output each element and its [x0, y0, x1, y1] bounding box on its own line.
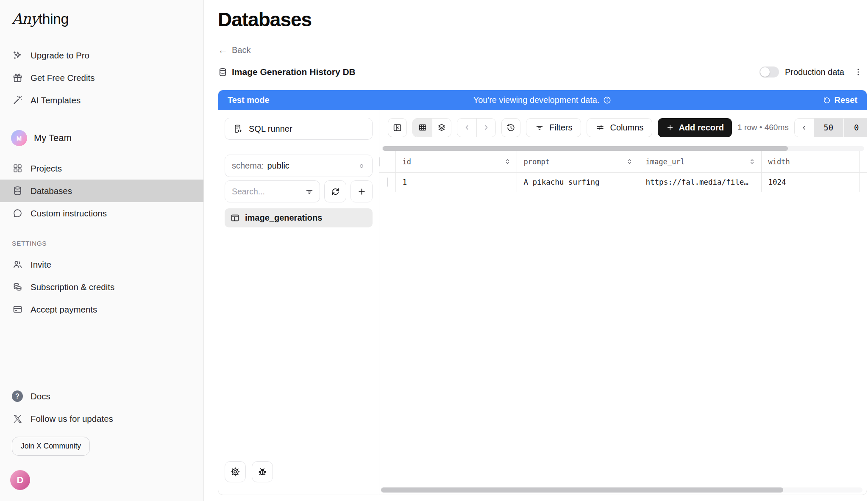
collapse-panel-icon — [392, 123, 402, 133]
page-size-value[interactable]: 50 — [814, 119, 843, 137]
settings-button[interactable] — [225, 461, 246, 482]
sidebar-item-custom-instructions[interactable]: Custom instructions — [0, 202, 203, 224]
horizontal-scrollbar-bottom — [381, 487, 862, 493]
sidebar-item-label: Get Free Credits — [31, 73, 95, 83]
columns-label: Columns — [610, 123, 643, 133]
explorer-tools — [225, 461, 373, 482]
table-toolbar: Filters Columns Add record 1 row • 460ms — [379, 118, 867, 137]
add-table-button[interactable] — [351, 180, 373, 202]
sidebar-item-follow-updates[interactable]: Follow us for updates — [0, 407, 203, 430]
filters-label: Filters — [549, 123, 572, 133]
sidebar-item-databases[interactable]: Databases — [0, 180, 203, 202]
scrollbar-thumb[interactable] — [383, 146, 788, 151]
refresh-tables-button[interactable] — [324, 180, 346, 202]
database-name: Image Generation History DB — [218, 67, 356, 77]
sidebar-item-label: Docs — [31, 391, 50, 401]
sql-runner-label: SQL runner — [249, 124, 292, 134]
sidebar-item-upgrade-to-pro[interactable]: Upgrade to Pro — [0, 44, 203, 66]
test-mode-banner: Test mode You're viewing development dat… — [218, 90, 867, 110]
logo-any: Any — [12, 10, 39, 27]
column-header-id[interactable]: id — [395, 151, 517, 172]
schema-value: public — [267, 161, 289, 171]
cell-image-url[interactable]: https://fal.media/file… — [639, 172, 761, 192]
select-all-cell — [379, 151, 395, 172]
collapse-panel-button[interactable] — [388, 118, 407, 137]
credit-card-icon — [12, 304, 23, 315]
filters-button[interactable]: Filters — [526, 118, 581, 137]
sliders-icon — [595, 123, 605, 132]
schema-select[interactable]: schema: public — [225, 155, 373, 177]
gear-icon — [230, 467, 240, 477]
history-button[interactable] — [501, 118, 520, 137]
team-switcher[interactable]: M My Team — [0, 130, 203, 146]
select-all-checkbox[interactable] — [379, 157, 380, 166]
horizontal-scrollbar-top — [382, 146, 864, 151]
table-row[interactable]: 1 A pikachu surfing https://fal.media/fi… — [379, 172, 867, 192]
banner-message-wrap: You're viewing development data. — [473, 95, 612, 105]
chevron-up-down-icon — [358, 162, 365, 170]
cell-prompt[interactable]: A pikachu surfing — [517, 172, 639, 192]
sidebar-item-label: Invite — [31, 260, 51, 270]
sidebar-item-ai-templates[interactable]: AI Templates — [0, 89, 203, 111]
row-select-cell — [379, 172, 395, 192]
database-icon — [12, 185, 23, 197]
sql-runner-button[interactable]: SQL runner — [225, 118, 373, 140]
sort-icon[interactable] — [626, 158, 634, 166]
back-arrow-icon: ← — [218, 44, 228, 56]
sort-icon[interactable] — [504, 158, 512, 166]
sidebar-item-label: AI Templates — [31, 95, 81, 105]
table-list-item-image-generations[interactable]: image_generations — [225, 208, 373, 227]
sidebar-item-accept-payments[interactable]: Accept payments — [0, 298, 203, 321]
sidebar-item-label: Subscription & credits — [31, 282, 114, 292]
main-content: Databases ← Back Image Generation Histor… — [204, 0, 868, 501]
column-header-width[interactable]: width — [761, 151, 859, 172]
production-data-cluster: Production data — [760, 66, 863, 78]
filter-lines-icon — [535, 123, 544, 132]
bug-icon — [257, 467, 267, 477]
kebab-menu-icon[interactable] — [854, 67, 863, 77]
columns-button[interactable]: Columns — [587, 118, 652, 137]
sidebar-item-label: Follow us for updates — [31, 414, 113, 424]
scrollbar-thumb[interactable] — [381, 487, 783, 493]
table-name-label: image_generations — [245, 213, 322, 223]
info-icon[interactable] — [603, 96, 612, 105]
sidebar-item-label: Databases — [31, 186, 72, 196]
cell-id[interactable]: 1 — [395, 172, 517, 192]
join-x-community-button[interactable]: Join X Community — [12, 437, 90, 456]
filter-lines-icon[interactable] — [305, 187, 314, 196]
row-checkbox[interactable] — [387, 177, 388, 187]
sidebar-item-projects[interactable]: Projects — [0, 157, 203, 180]
refresh-icon — [331, 187, 340, 197]
user-avatar[interactable]: D — [10, 470, 30, 490]
reset-icon — [823, 96, 831, 105]
production-data-toggle[interactable] — [760, 66, 779, 78]
redo-button[interactable] — [476, 119, 495, 137]
sql-file-icon — [233, 124, 243, 134]
wand-icon — [12, 95, 23, 106]
reset-button[interactable]: Reset — [823, 95, 857, 105]
chat-icon — [12, 208, 23, 219]
sort-icon[interactable] — [748, 158, 756, 166]
column-header-prompt[interactable]: prompt — [517, 151, 639, 172]
layers-view-button[interactable] — [432, 119, 451, 137]
sidebar-item-label: Upgrade to Pro — [31, 50, 89, 61]
add-record-button[interactable]: Add record — [658, 118, 732, 137]
view-mode-segment — [412, 118, 451, 137]
column-header-image-url[interactable]: image_url — [639, 151, 761, 172]
cell-width[interactable]: 1024 — [761, 172, 859, 192]
debug-button[interactable] — [252, 461, 273, 482]
table-search-box — [225, 180, 320, 202]
sidebar-item-get-free-credits[interactable]: Get Free Credits — [0, 66, 203, 89]
sidebar-item-subscription-credits[interactable]: Subscription & credits — [0, 276, 203, 298]
test-mode-label: Test mode — [228, 95, 473, 105]
undo-button[interactable] — [457, 119, 476, 137]
page-offset-value[interactable]: 0 — [843, 119, 867, 137]
database-panel: Test mode You're viewing development dat… — [218, 90, 867, 495]
sidebar-item-invite[interactable]: Invite — [0, 253, 203, 276]
grid-view-button[interactable] — [413, 119, 432, 137]
prev-page-button[interactable] — [795, 119, 814, 137]
sidebar-item-docs[interactable]: ? Docs — [0, 385, 203, 407]
result-stats: 1 row • 460ms — [737, 123, 789, 132]
back-link[interactable]: ← Back — [218, 44, 250, 56]
reset-label: Reset — [835, 95, 857, 105]
